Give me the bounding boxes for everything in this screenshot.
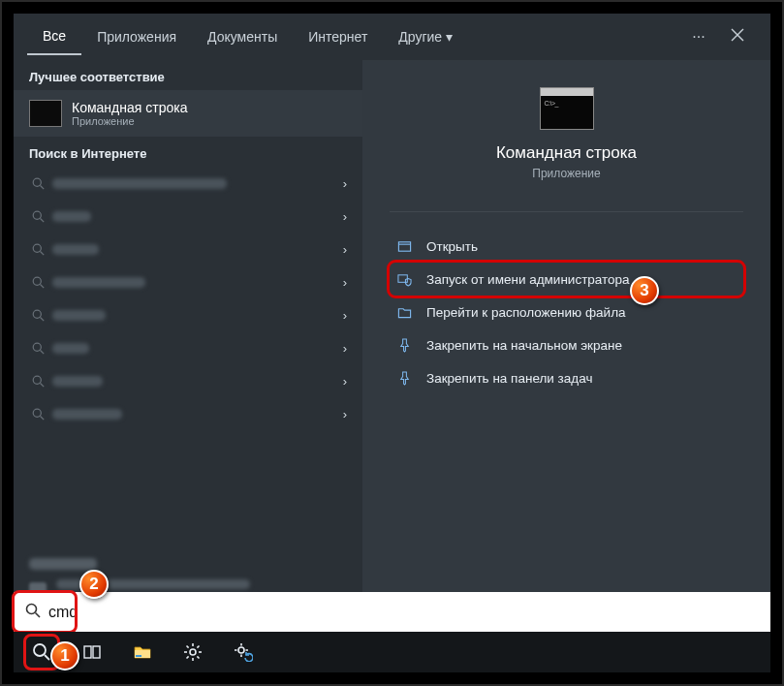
window-frame: Все Приложения Документы Интернет Другие… — [0, 0, 784, 686]
search-body: Лучшее соответствие Командная строка При… — [14, 60, 770, 616]
results-left: Лучшее соответствие Командная строка При… — [14, 60, 362, 616]
taskbar-settings-alt-button[interactable] — [225, 634, 262, 670]
web-result[interactable]: › — [21, 298, 355, 331]
action-label: Открыть — [426, 239, 478, 254]
search-icon — [29, 342, 47, 355]
svg-line-15 — [40, 416, 44, 420]
tab-all[interactable]: Все — [27, 18, 81, 55]
taskbar-search-button[interactable] — [23, 634, 60, 670]
web-result[interactable]: › — [21, 233, 355, 265]
svg-line-5 — [40, 251, 44, 255]
best-match-subtitle: Приложение — [72, 115, 187, 127]
svg-line-13 — [40, 383, 44, 387]
svg-point-27 — [190, 649, 196, 655]
best-match-title: Командная строка — [72, 100, 187, 115]
search-bar[interactable] — [14, 592, 770, 632]
search-icon — [29, 375, 47, 388]
svg-rect-23 — [84, 646, 91, 658]
action-pin-taskbar[interactable]: Закрепить на панели задач — [390, 361, 743, 394]
search-input[interactable] — [48, 604, 759, 621]
web-result[interactable]: › — [21, 364, 355, 397]
web-result[interactable]: › — [21, 167, 355, 200]
svg-point-19 — [27, 604, 37, 613]
web-result[interactable]: › — [21, 397, 355, 430]
gear-sync-icon — [234, 642, 253, 662]
chevron-right-icon: › — [343, 275, 347, 290]
gear-icon — [183, 642, 203, 662]
taskbar-explorer-button[interactable] — [124, 634, 161, 670]
tab-internet[interactable]: Интернет — [293, 19, 383, 54]
action-label: Перейти к расположению файла — [426, 305, 626, 320]
pin-icon — [395, 338, 413, 353]
app-subtitle: Приложение — [532, 167, 600, 180]
svg-line-32 — [187, 646, 189, 648]
svg-line-22 — [45, 655, 49, 660]
web-result[interactable]: › — [21, 265, 355, 298]
open-icon — [395, 239, 413, 254]
svg-line-7 — [40, 284, 44, 288]
search-panel: Все Приложения Документы Интернет Другие… — [14, 14, 770, 616]
action-list: Открыть Запуск от имени администратора П… — [362, 226, 770, 394]
svg-line-11 — [40, 350, 44, 354]
chevron-down-icon: ▾ — [446, 29, 453, 45]
svg-line-9 — [40, 317, 44, 321]
tab-more[interactable]: Другие ▾ — [383, 19, 468, 54]
svg-line-1 — [40, 185, 44, 189]
search-icon — [32, 642, 51, 662]
tab-apps[interactable]: Приложения — [81, 19, 192, 54]
best-match-item[interactable]: Командная строка Приложение — [14, 90, 362, 137]
action-label: Закрепить на начальном экране — [426, 338, 622, 353]
chevron-right-icon: › — [343, 242, 347, 257]
chevron-right-icon: › — [343, 176, 347, 191]
more-options-button[interactable]: ··· — [679, 28, 718, 46]
taskbar-settings-button[interactable] — [174, 634, 211, 670]
chevron-right-icon: › — [343, 341, 347, 356]
cmd-large-icon — [540, 87, 594, 130]
svg-line-33 — [197, 656, 199, 658]
svg-point-8 — [33, 310, 41, 318]
blurred-heading — [29, 558, 97, 570]
svg-line-34 — [187, 656, 189, 658]
folder-icon — [395, 305, 413, 320]
svg-point-36 — [238, 647, 244, 653]
app-hero: Командная строка Приложение — [362, 60, 770, 198]
action-pin-start[interactable]: Закрепить на начальном экране — [390, 328, 743, 361]
svg-point-14 — [33, 409, 41, 417]
blurred-text — [56, 579, 250, 589]
separator — [390, 211, 743, 212]
search-icon — [25, 603, 41, 622]
tab-docs[interactable]: Документы — [192, 19, 293, 54]
close-icon — [731, 28, 744, 42]
taskbar — [14, 632, 770, 672]
action-label: Закрепить на панели задач — [426, 371, 592, 386]
taskbar-taskview-button[interactable] — [74, 634, 110, 670]
section-web: Поиск в Интернете — [14, 137, 362, 167]
svg-point-21 — [34, 644, 46, 656]
action-run-as-admin[interactable]: Запуск от имени администратора — [390, 263, 743, 296]
section-best-match: Лучшее соответствие — [14, 60, 362, 90]
folder-icon — [133, 642, 152, 662]
cmd-icon — [29, 100, 62, 127]
details-pane: Командная строка Приложение Открыть Запу… — [362, 60, 770, 616]
web-result[interactable]: › — [21, 331, 355, 364]
svg-point-10 — [33, 343, 41, 351]
action-open-location[interactable]: Перейти к расположению файла — [390, 296, 743, 328]
action-label: Запуск от имени администратора — [426, 272, 630, 287]
svg-point-12 — [33, 376, 41, 384]
taskview-icon — [82, 642, 102, 662]
action-open[interactable]: Открыть — [390, 230, 743, 263]
chevron-right-icon: › — [343, 407, 347, 421]
svg-point-4 — [33, 244, 41, 252]
search-tabs: Все Приложения Документы Интернет Другие… — [14, 14, 770, 60]
search-icon — [29, 309, 47, 322]
pin-icon — [395, 371, 413, 386]
search-icon — [29, 276, 47, 289]
app-title: Командная строка — [496, 143, 637, 163]
chevron-right-icon: › — [343, 374, 347, 389]
svg-point-0 — [33, 178, 41, 186]
search-icon — [29, 210, 47, 223]
web-results: › › › › › › › › — [14, 167, 362, 550]
admin-shield-icon — [395, 272, 413, 287]
close-button[interactable] — [718, 28, 757, 46]
web-result[interactable]: › — [21, 200, 355, 233]
